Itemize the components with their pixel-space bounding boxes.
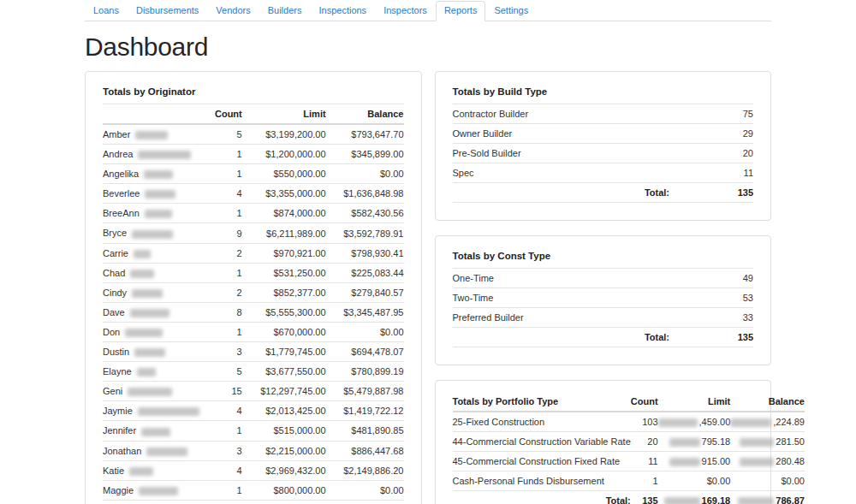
portfolio-limit-cell: $0.00 <box>658 471 731 491</box>
originator-table-head: Count Limit Balance <box>103 104 404 125</box>
originator-count-cell: 5 <box>199 124 242 145</box>
originator-table-row: Andrea 1 $1,200,000.00 $345,899.00 <box>103 145 404 164</box>
originator-limit-cell: $515,000.00 <box>242 421 326 441</box>
portfolio-panel-title: Totals by Portfolio Type <box>453 392 631 412</box>
originator-table-row: Cindy 2 $852,377.00 $279,840.57 <box>103 282 404 302</box>
originator-first-name: Jaymie <box>103 406 133 416</box>
redacted-surname <box>137 368 156 377</box>
portfolio-total-label: Total: <box>453 491 631 504</box>
portfolio-label-cell: Cash-Personal Funds Disbursement <box>453 471 631 491</box>
originator-balance-cell: $0.00 <box>326 164 404 184</box>
portfolio-table-body: 25-Fixed Construction 103 ,459.00 ,224.8… <box>453 412 805 491</box>
originator-name-cell: Katie <box>103 460 199 480</box>
redacted-surname <box>145 210 172 218</box>
originator-table-row: Elayne 5 $3,677,550.00 $780,899.19 <box>103 362 404 382</box>
const-type-panel-title: Totals by Const Type <box>453 247 754 261</box>
originator-name-cell: Don <box>103 322 199 341</box>
portfolio-count-cell: 103 <box>631 412 658 432</box>
redacted-surname <box>134 250 151 258</box>
redacted-balance <box>740 438 774 447</box>
redacted-surname <box>132 289 163 298</box>
originator-balance-cell: $1,636,848.98 <box>326 184 404 204</box>
originator-count-cell: 15 <box>199 382 242 401</box>
tab-settings[interactable]: Settings <box>485 1 537 21</box>
originator-first-name: Bryce <box>103 228 127 238</box>
redacted-surname <box>132 230 173 239</box>
panel-totals-by-portfolio-type: Totals by Portfolio Type Count Limit Bal… <box>435 380 772 504</box>
panel-totals-by-originator: Totals by Originator Count Limit Balance <box>85 71 422 504</box>
originator-name-cell: Cindy <box>103 282 199 302</box>
portfolio-limit-text: $0.00 <box>707 476 731 486</box>
const-type-label: Preferred Builder <box>453 308 670 328</box>
originator-first-name: Jonathan <box>103 446 141 456</box>
originator-count-cell: 1 <box>199 421 242 441</box>
tab-inspectors[interactable]: Inspectors <box>375 1 436 21</box>
originator-table: Count Limit Balance Amber 5 $3,199,200.0… <box>103 104 404 504</box>
portfolio-total-row: Total: 135 169.18 786.87 <box>453 491 805 504</box>
tab-inspections[interactable]: Inspections <box>310 1 375 21</box>
originator-count-cell: 2 <box>199 243 242 263</box>
originator-name-cell: Dave <box>103 302 199 322</box>
portfolio-balance-text: 281.50 <box>776 436 805 447</box>
originator-limit-cell: $6,211,989.00 <box>242 223 326 243</box>
originator-table-row: Chad 1 $531,250.00 $225,083.44 <box>103 263 404 282</box>
originator-table-row: Jennifer 1 $515,000.00 $481,890.85 <box>103 421 404 441</box>
panel-totals-by-const-type: Totals by Const Type One-Time 49 Two-Tim… <box>435 235 772 365</box>
const-type-table-body: One-Time 49 Two-Time 53 Preferred Builde… <box>453 269 754 328</box>
build-type-value: 75 <box>669 104 753 124</box>
tab-reports[interactable]: Reports <box>436 1 486 21</box>
originator-balance-cell: $1,419,722.12 <box>326 401 404 421</box>
originator-balance-cell: $225,083.44 <box>326 263 404 282</box>
redacted-surname <box>146 448 187 456</box>
originator-count-cell: 1 <box>199 145 242 164</box>
originator-table-row: Bryce 9 $6,211,989.00 $3,592,789.91 <box>103 223 404 243</box>
originator-name-cell: Geni <box>103 382 199 401</box>
originator-limit-cell: $550,000.00 <box>242 164 326 184</box>
originator-table-row: Jonathan 3 $2,215,000.00 $886,447.68 <box>103 441 404 460</box>
const-type-total-row: Total: 135 <box>453 328 754 347</box>
originator-name-cell: Beverlee <box>103 184 199 204</box>
originator-balance-cell: $0.00 <box>326 322 404 341</box>
portfolio-label-cell: 25-Fixed Construction <box>453 412 631 432</box>
dashboard-columns: Totals by Originator Count Limit Balance <box>85 71 771 504</box>
originator-limit-cell: $3,355,000.00 <box>242 184 326 204</box>
build-type-total-value: 135 <box>669 183 753 203</box>
originator-table-row: Amber 5 $3,199,200.00 $793,647.70 <box>103 124 404 145</box>
originator-table-body: Amber 5 $3,199,200.00 $793,647.70 Andrea… <box>103 124 404 504</box>
tab-builders[interactable]: Builders <box>259 1 311 21</box>
originator-balance-cell: $2,149,886.20 <box>326 460 404 480</box>
portfolio-balance-text: 280.48 <box>776 456 805 466</box>
redacted-surname <box>130 270 154 278</box>
originator-first-name: Maggie <box>103 485 134 495</box>
originator-first-name: Dave <box>103 307 125 317</box>
page-title: Dashboard <box>85 33 771 62</box>
originator-first-name: Katie <box>103 465 124 476</box>
portfolio-total-balance: 786.87 <box>730 491 805 504</box>
originator-limit-cell: $1,200,000.00 <box>242 145 326 164</box>
tab-loans[interactable]: Loans <box>85 1 128 21</box>
portfolio-col-count: Count <box>631 392 658 412</box>
originator-balance-cell: $582,430.56 <box>326 204 404 223</box>
build-type-total-label: Total: <box>453 183 670 203</box>
originator-count-cell: 1 <box>199 204 242 223</box>
const-type-total-value: 135 <box>669 328 753 347</box>
const-type-table: One-Time 49 Two-Time 53 Preferred Builde… <box>453 268 754 347</box>
originator-count-cell: 3 <box>199 441 242 460</box>
originator-limit-cell: $970,921.00 <box>242 243 326 263</box>
build-type-panel-title: Totals by Build Type <box>453 83 754 97</box>
portfolio-limit-text: 915.00 <box>702 456 731 466</box>
originator-balance-cell: $481,890.85 <box>326 421 404 441</box>
redacted-limit <box>669 438 700 447</box>
originator-name-cell: Jennifer <box>103 421 199 441</box>
portfolio-col-limit: Limit <box>658 392 731 412</box>
tab-vendors[interactable]: Vendors <box>207 1 259 21</box>
const-type-value: 53 <box>669 288 753 308</box>
originator-panel-title: Totals by Originator <box>103 83 404 97</box>
tab-disbursements[interactable]: Disbursements <box>128 1 207 21</box>
originator-count-cell: 9 <box>199 223 242 243</box>
originator-count-cell: 2 <box>199 282 242 302</box>
const-type-label: One-Time <box>453 269 670 288</box>
originator-count-cell: 8 <box>199 302 242 322</box>
originator-first-name: Angelika <box>103 169 139 179</box>
originator-col-count: Count <box>199 104 242 125</box>
